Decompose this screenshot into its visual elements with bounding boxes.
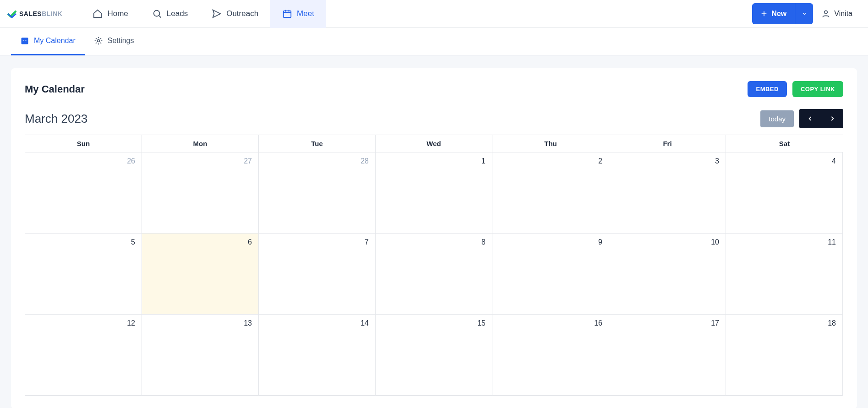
svg-point-2 [824,11,828,14]
subnav-mycalendar[interactable]: My Calendar [11,28,85,55]
nav-meet[interactable]: Meet [270,0,326,28]
day-number: 13 [244,319,252,327]
calendar-day[interactable]: 14 [259,315,376,396]
svg-point-0 [153,11,159,16]
user-name: Vinita [834,10,852,18]
calendar-controls: today [760,109,843,128]
day-number: 5 [131,238,135,246]
new-label: New [771,10,786,18]
weekday-header: Sun [25,135,142,152]
new-button[interactable]: New [752,3,813,24]
day-number: 12 [127,319,135,327]
calendar-day[interactable]: 8 [376,234,492,315]
today-button[interactable]: today [760,110,794,127]
svg-point-6 [97,40,99,42]
nav-items: Home Leads Outreach Meet [81,0,326,28]
chevron-right-icon [829,115,835,122]
logo-text: SALESBLINK [19,10,62,17]
calendar-day[interactable]: 28 [259,152,376,234]
calendar-day[interactable]: 7 [259,234,376,315]
subnav-settings[interactable]: Settings [85,28,143,55]
day-number: 2 [598,157,602,165]
svg-rect-1 [284,11,291,18]
subnav-label: My Calendar [34,37,76,45]
embed-button[interactable]: EMBED [748,81,786,97]
calendar-day[interactable]: 17 [609,315,726,396]
calendar-day[interactable]: 26 [25,152,142,234]
svg-rect-5 [25,40,27,41]
send-icon [212,9,222,19]
page-title: My Calendar [25,83,85,95]
weekday-header: Wed [376,135,492,152]
nav-label: Meet [297,9,314,18]
calendar-day[interactable]: 1 [376,152,492,234]
nav-label: Outreach [226,9,258,18]
day-number: 18 [828,319,836,327]
top-nav: SALESBLINK Home Leads Outreach Meet New [0,0,868,28]
calendar-head: SunMonTueWedThuFriSat [25,135,843,152]
right-nav: New Vinita [752,3,862,24]
day-number: 7 [365,238,369,246]
calendar-day[interactable]: 12 [25,315,142,396]
calendar-grid: SunMonTueWedThuFriSat 262728123456789101… [25,135,843,396]
logo-icon [6,8,17,19]
day-number: 26 [127,157,135,165]
day-number: 8 [481,238,486,246]
user-icon [821,9,830,18]
day-number: 3 [715,157,719,165]
copy-link-button[interactable]: COPY LINK [792,81,843,97]
calendar-day[interactable]: 10 [609,234,726,315]
calendar-day[interactable]: 15 [376,315,492,396]
prev-month-button[interactable] [799,109,821,128]
day-number: 17 [711,319,719,327]
day-number: 1 [481,157,486,165]
svg-rect-4 [22,40,24,41]
weekday-header: Sat [726,135,843,152]
subnav-label: Settings [108,37,134,45]
day-number: 10 [711,238,719,246]
calendar-day[interactable]: 4 [726,152,843,234]
nav-leads[interactable]: Leads [140,0,200,28]
nav-label: Home [107,9,128,18]
calendar-day[interactable]: 5 [25,234,142,315]
day-number: 15 [477,319,486,327]
calendar-body: 262728123456789101112131415161718 [25,152,843,396]
calendar-day[interactable]: 16 [492,315,609,396]
search-icon [152,9,162,19]
nav-label: Leads [167,9,188,18]
calendar-day[interactable]: 9 [492,234,609,315]
day-number: 4 [832,157,836,165]
weekday-header: Fri [609,135,726,152]
calendar-day[interactable]: 6 [142,234,259,315]
content-header: My Calendar EMBED COPY LINK [25,81,843,97]
day-number: 9 [598,238,602,246]
weekday-header: Thu [492,135,609,152]
logo[interactable]: SALESBLINK [6,8,62,19]
next-month-button[interactable] [821,109,843,128]
calendar-icon [282,9,292,19]
calendar-day[interactable]: 27 [142,152,259,234]
calendar-day[interactable]: 2 [492,152,609,234]
action-buttons: EMBED COPY LINK [748,81,843,97]
home-icon [93,9,103,19]
day-number: 28 [360,157,369,165]
chevron-left-icon [807,115,813,122]
month-row: March 2023 today [25,109,843,128]
day-number: 14 [360,319,369,327]
calendar-day[interactable]: 13 [142,315,259,396]
calendar-day[interactable]: 18 [726,315,843,396]
nav-home[interactable]: Home [81,0,140,28]
content-panel: My Calendar EMBED COPY LINK March 2023 t… [11,68,857,408]
calendar-day[interactable]: 3 [609,152,726,234]
sub-nav: My Calendar Settings [0,28,868,55]
user-menu[interactable]: Vinita [821,9,862,18]
day-number: 11 [828,238,836,246]
nav-outreach[interactable]: Outreach [200,0,270,28]
day-number: 16 [594,319,602,327]
calendar-icon [20,36,29,45]
plus-icon [760,10,768,17]
month-title: March 2023 [25,112,87,126]
calendar-day[interactable]: 11 [726,234,843,315]
gear-icon [94,36,103,45]
new-dropdown[interactable] [795,3,813,24]
